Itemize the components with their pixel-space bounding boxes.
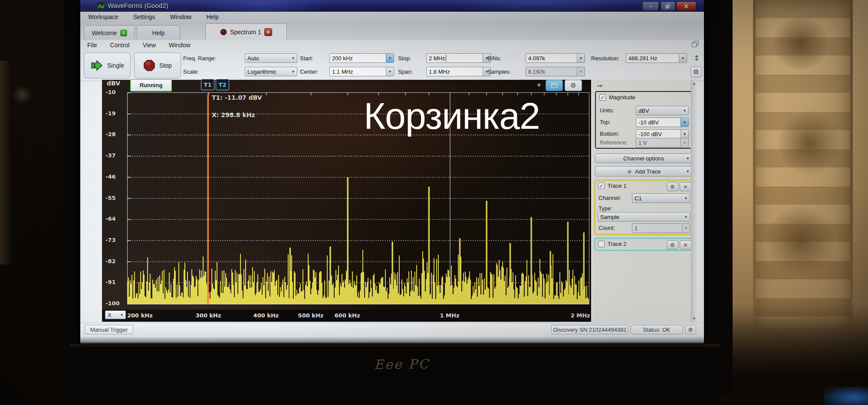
tab-help-label: Help	[152, 29, 165, 36]
acquisition-status-button[interactable]: Running	[130, 79, 172, 91]
trace2-close-button[interactable]: ×	[680, 240, 691, 249]
trace1-count-value: 1	[632, 225, 682, 232]
channel-side-panel: → ✓ Magnitude Units: dBV▾ Top: -10 dBV▾ …	[592, 80, 697, 322]
x-tick-label: 1 MHz	[440, 312, 460, 319]
resolution-select[interactable]: 488.281 Hz▾	[626, 53, 687, 63]
gear-icon[interactable]: ⚙	[565, 80, 582, 91]
window-titlebar: WaveForms (Good2) – ×	[80, 0, 704, 12]
add-trace-label: Add Trace	[635, 168, 661, 175]
bins-value: 4.097k	[526, 55, 577, 62]
y-tick-label: -100	[105, 300, 125, 307]
single-button[interactable]: 1 Single	[84, 52, 131, 78]
gear-icon[interactable]: ⚙	[690, 66, 702, 78]
single-icon: 1	[90, 60, 103, 71]
trace2-settings-button[interactable]: ⚙	[667, 240, 678, 249]
cursor-icon[interactable]: ⌖	[534, 80, 544, 90]
menu-view[interactable]: View	[143, 42, 156, 49]
x-tick-label: 2 MHz	[571, 312, 590, 319]
chevron-down-icon[interactable]: ▾	[289, 67, 297, 76]
chevron-down-icon[interactable]: ▾	[682, 212, 690, 221]
menu-window2[interactable]: Window	[169, 42, 191, 49]
gear-icon[interactable]: ⚙	[685, 325, 696, 334]
tab-help[interactable]: Help	[137, 25, 180, 40]
channel-options-label: Channel options	[623, 155, 664, 162]
trace1-type-select[interactable]: Sample▾	[598, 212, 690, 222]
chevron-down-icon[interactable]: ▾	[289, 54, 297, 62]
trace1-channel-select[interactable]: C1▾	[632, 193, 690, 203]
chevron-down-icon[interactable]: ▾	[681, 106, 688, 115]
manual-trigger-button[interactable]: Manual Trigger	[85, 325, 133, 334]
chevron-down-icon: ▾	[687, 156, 689, 160]
menu-settings[interactable]: Settings	[133, 13, 155, 20]
wall-ornament	[764, 204, 838, 278]
trace1-type-value: Sample	[598, 214, 682, 220]
chevron-down-icon[interactable]: ▾	[682, 194, 690, 202]
chevron-down-icon[interactable]: ▾	[681, 130, 688, 138]
trace1-settings-button[interactable]: ⚙	[667, 182, 678, 191]
dock-icon	[551, 83, 558, 88]
tab-marker-t1[interactable]: T1	[201, 79, 214, 90]
menu-control[interactable]: Control	[110, 42, 130, 49]
trace1-close-button[interactable]: ×	[680, 182, 691, 191]
updown-arrow-icon[interactable]: ↕	[691, 53, 702, 63]
trace2-checkbox[interactable]	[598, 241, 605, 247]
stop-input[interactable]: 2 MHz▾	[426, 53, 491, 63]
chevron-down-icon[interactable]: ▾	[679, 54, 687, 62]
chevron-down-icon[interactable]: ▾	[386, 67, 394, 76]
restore-icon	[665, 4, 671, 9]
bottom-value: -100 dBV	[636, 131, 681, 137]
collapse-panel-arrow-icon[interactable]: →	[597, 82, 602, 90]
units-value: dBV	[636, 108, 681, 114]
chevron-down-icon[interactable]: ▾	[118, 311, 125, 319]
undock-icon[interactable]	[691, 41, 699, 48]
menu-workspace[interactable]: Workspace	[88, 13, 118, 20]
x-tick-label: 500 kHz	[298, 312, 324, 319]
tab-welcome[interactable]: Welcome ↓	[84, 25, 135, 40]
menu-help[interactable]: Help	[206, 13, 219, 20]
panel-scrollbar[interactable]: ▴ ▾	[691, 80, 697, 322]
start-value: 200 kHz	[330, 55, 386, 62]
close-button[interactable]: ×	[676, 1, 696, 11]
tab-close-icon[interactable]: ×	[264, 28, 272, 36]
trace1-group: ✓ Trace 1 ⚙ × Channel: C1▾ Type: Sample▾…	[594, 180, 693, 235]
bottom-select[interactable]: -100 dBV▾	[636, 129, 689, 139]
stop-button[interactable]: Stop	[134, 52, 181, 78]
top-select[interactable]: -10 dBV▾	[636, 118, 689, 127]
bottom-label: Bottom:	[600, 131, 619, 137]
menu-file[interactable]: File	[87, 42, 97, 49]
bins-select[interactable]: 4.097k▾	[526, 53, 585, 63]
span-input[interactable]: 1.8 MHz▾	[426, 67, 491, 76]
magnitude-checkbox[interactable]: ✓	[599, 94, 606, 101]
tab-marker-t2[interactable]: T2	[216, 79, 229, 90]
restore-button[interactable]	[661, 1, 675, 11]
tab-spectrum-label: Spectrum 1	[230, 29, 261, 36]
stop-label: Stop	[159, 62, 172, 69]
samples-select[interactable]: 8.192k▾	[526, 67, 585, 76]
channel-options-button[interactable]: Channel options ▾	[595, 154, 692, 163]
freq-range-select[interactable]: Auto▾	[245, 53, 297, 63]
spectrum-record-icon	[220, 29, 227, 36]
start-label: Start:	[300, 55, 313, 62]
chevron-down-icon[interactable]: ▾	[577, 54, 585, 62]
trace1-checkbox[interactable]: ✓	[598, 183, 605, 189]
start-input[interactable]: 200 kHz▾	[329, 53, 394, 63]
reference-select[interactable]: 1 V▾	[636, 138, 689, 147]
scroll-up-icon[interactable]: ▴	[693, 81, 695, 85]
chevron-down-icon[interactable]: ▾	[681, 118, 688, 127]
status-badge: Status: OK	[631, 325, 683, 334]
chevron-down-icon[interactable]: ▾	[386, 54, 394, 62]
minimize-button[interactable]: –	[642, 1, 659, 11]
dock-view-button[interactable]	[546, 80, 563, 91]
trace1-count-select[interactable]: 1▾	[632, 223, 690, 233]
background-light-spot	[12, 85, 32, 105]
reference-label: Reference:	[600, 139, 628, 146]
add-trace-button[interactable]: + Add Trace ▾	[595, 166, 692, 176]
tab-spectrum[interactable]: Spectrum 1 ×	[205, 23, 287, 40]
menu-window[interactable]: Window	[170, 13, 191, 20]
scroll-down-icon[interactable]: ▾	[693, 316, 695, 320]
units-select[interactable]: dBV▾	[636, 106, 689, 115]
scale-select[interactable]: Logarithmic▾	[245, 67, 297, 76]
center-input[interactable]: 1.1 MHz▾	[329, 67, 394, 76]
x-axis-selector[interactable]: X▾	[105, 310, 126, 319]
trace1-label: Trace 1	[608, 183, 627, 189]
